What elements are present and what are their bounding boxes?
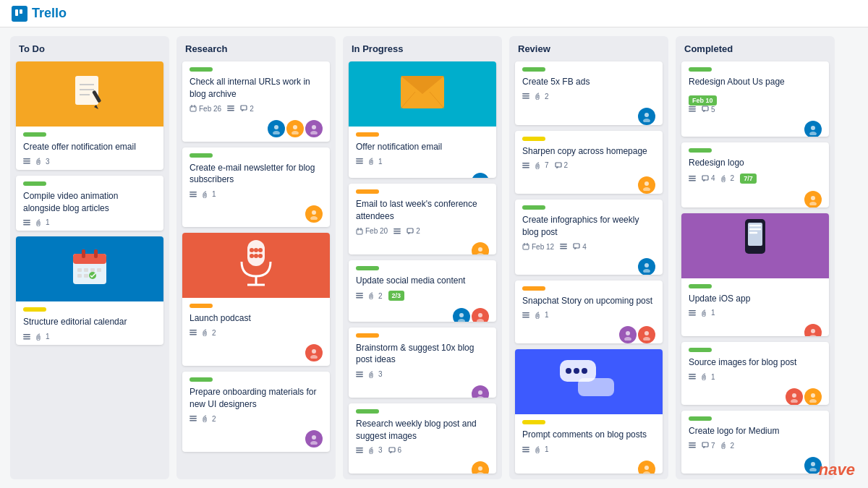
card[interactable]: Sharpen copy across homepage72	[515, 131, 663, 194]
svg-rect-102	[522, 95, 529, 97]
svg-rect-117	[560, 248, 567, 249]
card-body: Offer notification email1	[349, 127, 496, 170]
card[interactable]: Source images for blog post1	[681, 342, 829, 405]
card-title: Redesign logo	[689, 157, 822, 169]
card-meta-item: 2	[203, 329, 216, 337]
card-body: Prompt comments on blog posts1	[515, 414, 663, 458]
svg-point-159	[809, 335, 817, 336]
svg-point-72	[478, 178, 482, 179]
svg-rect-91	[356, 374, 363, 375]
svg-rect-55	[190, 330, 197, 331]
card[interactable]: Update iOS app1	[681, 213, 829, 336]
card-meta-item: 2	[535, 93, 549, 100]
card-meta-item: 2/3	[388, 291, 405, 301]
svg-point-149	[809, 202, 817, 205]
card[interactable]: Compile video animation alongside blog a…	[16, 176, 163, 231]
card[interactable]: Prompt comments on blog posts1	[515, 349, 663, 474]
avatar	[786, 388, 803, 405]
avatar-group	[472, 461, 489, 474]
avatar-group	[804, 121, 822, 137]
svg-rect-22	[77, 274, 82, 278]
svg-rect-10	[23, 163, 30, 164]
card-image	[182, 233, 330, 298]
card-body: Redesign logo427/7	[681, 142, 829, 188]
column-header: In Progress	[349, 42, 496, 56]
card[interactable]: Create e-mail newsletter for blog subscr…	[182, 147, 330, 228]
trello-logo[interactable]: Trello	[12, 6, 67, 22]
svg-rect-79	[393, 233, 401, 234]
card[interactable]: Launch podcast2	[182, 233, 330, 366]
card-footer	[681, 385, 829, 405]
svg-rect-101	[522, 93, 529, 95]
card[interactable]: Redesign About Us pageFeb 105	[681, 61, 829, 137]
card-label	[356, 189, 379, 194]
nave-logo: nave	[819, 461, 855, 479]
card[interactable]: Structure editorial calendar1	[16, 236, 163, 345]
card[interactable]: Email to last week's conference attendee…	[349, 184, 496, 254]
avatar	[472, 173, 489, 179]
svg-rect-85	[356, 297, 363, 299]
card[interactable]: Create infographics for weekly blog post…	[515, 200, 663, 274]
card-meta: Feb 202	[356, 227, 489, 235]
card-label	[190, 67, 213, 72]
svg-rect-13	[23, 224, 30, 226]
svg-point-87	[458, 319, 465, 321]
svg-rect-109	[556, 163, 561, 167]
card-footer	[349, 239, 496, 254]
card-label	[190, 377, 213, 382]
card[interactable]: Prepare onboarding materials for new UI …	[182, 372, 330, 452]
card-meta-item: 7	[535, 161, 549, 169]
card[interactable]: Update social media content22/3	[349, 260, 496, 322]
card-meta: 72	[522, 161, 655, 169]
card[interactable]: Check all internal URLs work in blog arc…	[182, 61, 330, 142]
card-meta-item	[689, 175, 696, 182]
card-footer	[182, 202, 330, 227]
svg-point-86	[459, 313, 464, 317]
card-meta: 1	[522, 445, 655, 453]
avatar	[804, 191, 822, 207]
card[interactable]: Snapchat Story on upcoming post1	[515, 281, 663, 344]
card-body: Sharpen copy across homepage72	[515, 131, 663, 174]
card-body: Create offer notification email3	[16, 127, 163, 170]
card-meta-item: 2	[407, 227, 420, 235]
svg-point-89	[477, 319, 484, 321]
card[interactable]: Create 5x FB ads2	[515, 61, 663, 125]
avatar	[638, 461, 655, 474]
card-title: Prompt comments on blog posts	[522, 429, 655, 441]
card-title: Create offer notification email	[23, 141, 156, 153]
card-label	[23, 132, 46, 137]
card-label	[190, 304, 213, 308]
avatar-group	[305, 205, 323, 223]
svg-rect-11	[23, 220, 30, 221]
card-title: Research weekly blog post and suggest im…	[356, 418, 489, 442]
svg-rect-123	[522, 317, 529, 318]
card-footer	[681, 188, 829, 207]
card-meta-item: 1	[36, 333, 50, 341]
svg-point-110	[644, 181, 649, 186]
avatar	[804, 388, 822, 405]
card[interactable]: Brainstorm & suggest 10x blog post ideas…	[349, 328, 496, 398]
card-meta-item: 1	[535, 311, 549, 319]
card[interactable]: Create logo for Medium72	[681, 411, 829, 474]
card-title: Compile video animation alongside blog a…	[23, 190, 156, 215]
card-footer	[681, 118, 829, 137]
date-badge: Feb 10	[689, 95, 717, 106]
svg-rect-98	[389, 448, 395, 452]
card[interactable]: Redesign logo427/7	[681, 142, 829, 207]
card[interactable]: Offer notification email1	[349, 61, 496, 178]
svg-rect-118	[574, 244, 579, 248]
svg-rect-146	[689, 180, 696, 181]
card[interactable]: Research weekly blog post and suggest im…	[349, 403, 496, 474]
avatar-group	[305, 344, 323, 361]
svg-point-164	[791, 399, 798, 403]
card[interactable]: Create offer notification email3	[16, 61, 163, 170]
card-meta-item	[356, 371, 363, 378]
card-title: Brainstorm & suggest 10x blog post ideas	[356, 342, 489, 367]
svg-point-148	[811, 196, 815, 200]
svg-point-111	[643, 187, 650, 191]
svg-point-39	[312, 125, 316, 129]
svg-point-142	[811, 126, 815, 130]
svg-point-100	[477, 472, 484, 474]
card-body: Structure editorial calendar1	[16, 301, 163, 345]
card-meta: 2	[522, 93, 655, 100]
